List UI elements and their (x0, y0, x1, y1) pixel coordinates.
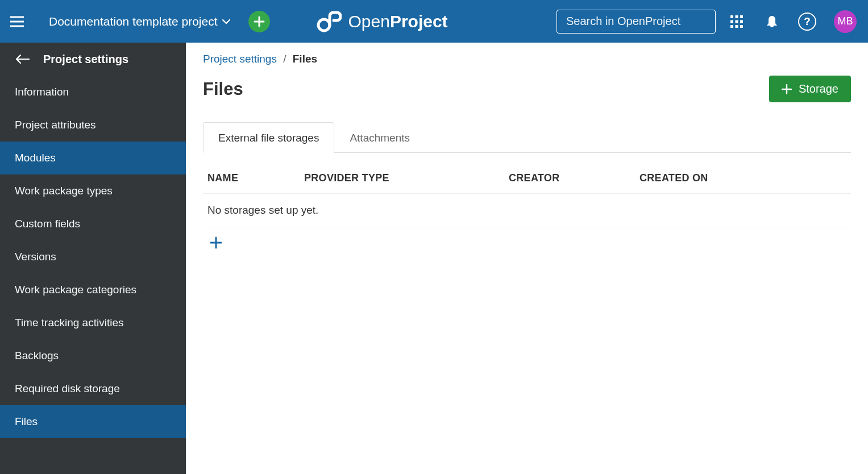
sidebar-item-label: Versions (15, 251, 56, 263)
sidebar-item-work-package-types[interactable]: Work package types (0, 174, 186, 207)
col-name: NAME (207, 172, 304, 184)
avatar[interactable]: MB (834, 10, 857, 33)
sidebar-item-versions[interactable]: Versions (0, 240, 186, 273)
tab-label: Attachments (350, 132, 410, 144)
arrow-left-icon (16, 55, 30, 64)
project-name: Documentation template project (49, 15, 218, 28)
apps-grid-button[interactable] (722, 9, 751, 34)
notifications-button[interactable] (758, 9, 786, 34)
storages-table: NAME PROVIDER TYPE CREATOR CREATED ON No… (203, 168, 851, 249)
empty-state-message: No storages set up yet. (203, 194, 851, 227)
sidebar-item-label: Time tracking activities (15, 317, 123, 329)
caret-down-icon (222, 19, 230, 24)
help-icon: ? (798, 13, 816, 31)
sidebar-item-label: Project attributes (15, 119, 96, 131)
svg-rect-10 (740, 25, 743, 28)
sidebar-item-backlogs[interactable]: Backlogs (0, 339, 186, 372)
add-storage-inline-button[interactable] (210, 236, 846, 249)
sidebar-item-label: Files (15, 415, 38, 428)
sidebar-back-button[interactable] (16, 55, 30, 64)
sidebar-item-label: Backlogs (15, 350, 59, 362)
add-storage-button[interactable]: Storage (769, 76, 851, 102)
sidebar-item-label: Work package types (15, 185, 113, 197)
page-title: Files (203, 79, 243, 99)
add-storage-label: Storage (799, 82, 838, 95)
sidebar-item-work-package-categories[interactable]: Work package categories (0, 273, 186, 306)
project-selector[interactable]: Documentation template project (36, 15, 235, 28)
add-storage-row (203, 227, 851, 249)
sidebar-item-label: Modules (15, 152, 56, 164)
quick-add-button[interactable] (248, 11, 270, 32)
sidebar-item-required-disk-storage[interactable]: Required disk storage (0, 372, 186, 405)
col-creator: CREATOR (509, 172, 639, 184)
sidebar-header: Project settings (0, 43, 186, 76)
sidebar-item-time-tracking-activities[interactable]: Time tracking activities (0, 306, 186, 339)
breadcrumb-sep: / (283, 53, 286, 65)
breadcrumb: Project settings / Files (203, 53, 851, 65)
breadcrumb-parent[interactable]: Project settings (203, 53, 277, 65)
tabs: External file storagesAttachments (203, 122, 851, 153)
table-header: NAME PROVIDER TYPE CREATOR CREATED ON (203, 168, 851, 194)
sidebar-item-modules[interactable]: Modules (0, 142, 186, 174)
col-provider-type: PROVIDER TYPE (304, 172, 509, 184)
sidebar-item-files[interactable]: Files (0, 405, 186, 438)
main-content: Project settings / Files Files Storage E… (186, 43, 868, 474)
help-button[interactable]: ? (793, 9, 821, 34)
bell-icon (766, 15, 778, 28)
plus-icon (210, 236, 222, 249)
col-created-on: CREATED ON (639, 172, 846, 184)
openproject-logo-icon (317, 11, 342, 32)
sidebar-item-label: Information (15, 86, 69, 98)
sidebar-item-label: Required disk storage (15, 382, 120, 395)
sidebar: Project settings InformationProject attr… (0, 43, 186, 474)
topbar: Documentation template project OpenProje… (0, 0, 868, 43)
brand-text: OpenProject (348, 12, 448, 31)
hamburger-menu[interactable] (5, 9, 30, 34)
sidebar-item-information[interactable]: Information (0, 76, 186, 109)
tab-attachments[interactable]: Attachments (334, 122, 425, 153)
svg-rect-9 (736, 25, 738, 28)
breadcrumb-current: Files (293, 53, 317, 65)
svg-rect-5 (730, 20, 733, 23)
plus-icon (254, 16, 265, 27)
search-input[interactable] (566, 15, 710, 28)
avatar-initials: MB (838, 15, 853, 27)
hamburger-icon (10, 16, 24, 27)
svg-rect-3 (736, 15, 738, 18)
sidebar-item-label: Work package categories (15, 284, 136, 296)
sidebar-title: Project settings (43, 53, 128, 66)
svg-rect-6 (736, 20, 738, 23)
grid-icon (730, 15, 743, 28)
svg-rect-8 (730, 25, 733, 28)
svg-rect-7 (740, 20, 743, 23)
svg-rect-4 (740, 15, 743, 18)
plus-icon (782, 84, 792, 94)
sidebar-item-custom-fields[interactable]: Custom fields (0, 207, 186, 240)
tab-label: External file storages (218, 132, 319, 144)
svg-point-0 (318, 19, 330, 31)
svg-rect-2 (730, 15, 733, 18)
sidebar-item-label: Custom fields (15, 218, 80, 230)
brand-logo[interactable]: OpenProject (317, 11, 448, 32)
tab-external-file-storages[interactable]: External file storages (203, 122, 334, 153)
sidebar-item-project-attributes[interactable]: Project attributes (0, 109, 186, 142)
search-box[interactable] (556, 10, 716, 34)
